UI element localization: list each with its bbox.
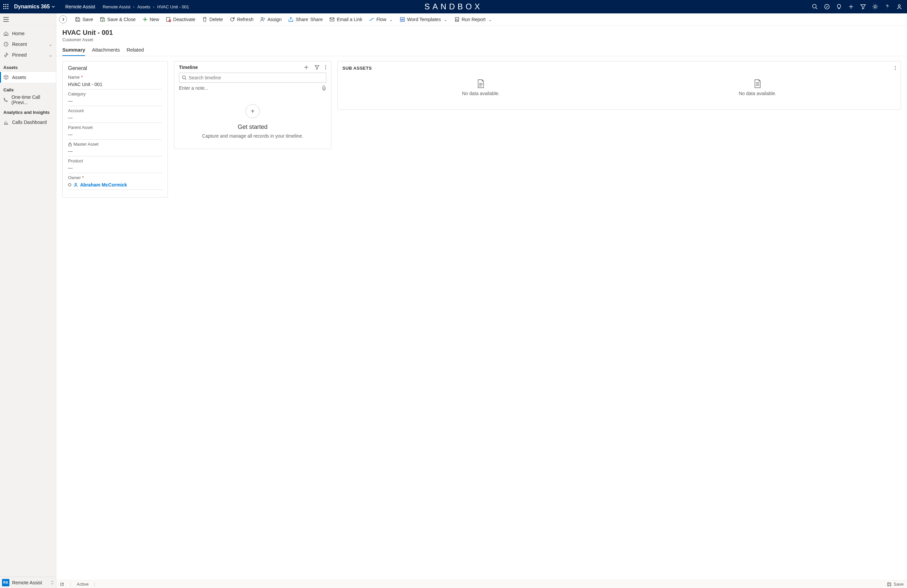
required-indicator: * [82, 175, 84, 180]
help-icon[interactable] [884, 4, 890, 10]
chevron-down-icon: ⌄ [48, 42, 53, 47]
svg-point-15 [898, 5, 900, 7]
timeline-note-row[interactable]: Enter a note... [179, 85, 326, 91]
svg-line-10 [816, 8, 817, 9]
status-text: Active [77, 582, 88, 586]
sidebar-item-pinned[interactable]: Pinned ⌄ [0, 50, 56, 60]
empty-title: Get started [179, 123, 326, 131]
account-input[interactable]: --- [68, 113, 162, 123]
tab-summary[interactable]: Summary [62, 47, 85, 56]
deactivate-button[interactable]: Deactivate [163, 15, 198, 24]
breadcrumb-item[interactable]: Remote Assist [103, 4, 130, 10]
person-icon [74, 182, 78, 187]
chevron-down-icon: ⌄ [488, 17, 492, 22]
sidebar-item-recent[interactable]: Recent ⌄ [0, 39, 56, 50]
cmd-label: Flow [376, 17, 386, 22]
svg-point-25 [261, 18, 263, 19]
svg-rect-3 [3, 6, 4, 7]
popout-icon[interactable] [59, 582, 64, 586]
cmd-label: Share [310, 17, 323, 22]
timeline-filter-button[interactable] [314, 65, 320, 70]
field-category: Category --- [68, 91, 162, 106]
field-label: Master Asset [74, 142, 98, 147]
breadcrumb-item[interactable]: Assets [137, 4, 151, 10]
area-badge: RA [2, 579, 10, 586]
name-input[interactable]: HVAC Unit - 001 [68, 80, 162, 89]
status-save-label: Save [894, 582, 904, 586]
search-icon[interactable] [812, 4, 818, 10]
refresh-button[interactable]: Refresh [227, 15, 256, 24]
page-header: HVAC Unit - 001 Customer Asset [56, 26, 907, 42]
sidebar-item-label: Recent [12, 42, 27, 47]
svg-rect-5 [7, 6, 8, 7]
sidebar-item-calls-dashboard[interactable]: Calls Dashboard [0, 117, 56, 128]
tab-attachments[interactable]: Attachments [92, 47, 120, 56]
back-button[interactable] [59, 15, 67, 24]
cmd-label: Deactivate [173, 17, 196, 22]
svg-point-38 [895, 66, 896, 67]
parent-asset-input[interactable]: --- [68, 130, 162, 140]
field-master-asset: Master Asset --- [68, 142, 162, 157]
pin-icon [3, 52, 9, 58]
svg-rect-29 [69, 144, 71, 146]
timeline-search[interactable] [179, 73, 326, 83]
phone-icon [3, 97, 8, 102]
save-button[interactable]: Save [72, 15, 96, 24]
timeline-add-button[interactable] [304, 65, 309, 70]
chevron-right-icon: › [133, 4, 135, 10]
category-input[interactable]: --- [68, 96, 162, 106]
sidebar-item-onetime-call[interactable]: One-time Call (Previ... [0, 94, 56, 105]
global-nav: Dynamics 365 Remote Assist Remote Assist… [0, 0, 907, 13]
svg-point-35 [325, 69, 326, 70]
timeline-section: Timeline Enter a note... + [174, 61, 332, 149]
sidebar-group-assets: Assets [0, 60, 56, 72]
task-icon[interactable] [824, 4, 830, 10]
word-templates-button[interactable]: Word Templates ⌄ [397, 15, 450, 24]
field-label: Owner [68, 175, 81, 180]
status-save-button[interactable]: Save [887, 582, 904, 586]
svg-point-14 [874, 6, 876, 8]
field-label: Name [68, 75, 80, 80]
timeline-create-button[interactable]: + [245, 104, 260, 118]
attachment-icon[interactable] [322, 85, 326, 91]
hamburger-icon[interactable] [0, 13, 56, 26]
owner-input[interactable]: Abraham McCormick [68, 180, 162, 190]
sidebar-item-assets[interactable]: Assets [0, 72, 56, 83]
timeline-more-button[interactable] [325, 65, 326, 70]
lightbulb-icon[interactable] [836, 4, 842, 10]
product-input[interactable]: --- [68, 163, 162, 173]
field-owner: Owner* Abraham McCormick [68, 175, 162, 190]
tab-related[interactable]: Related [127, 47, 144, 56]
timeline-search-input[interactable] [189, 75, 323, 80]
account-icon[interactable] [896, 4, 902, 10]
gear-icon[interactable] [872, 4, 878, 10]
area-switcher[interactable]: RA Remote Assist [0, 577, 56, 588]
assign-button[interactable]: Assign [257, 15, 284, 24]
share-button[interactable]: Share Share [285, 15, 325, 24]
filter-icon[interactable] [860, 4, 866, 10]
flow-button[interactable]: Flow ⌄ [366, 15, 396, 24]
save-close-button[interactable]: Save & Close [97, 15, 138, 24]
new-button[interactable]: New [140, 15, 162, 24]
delete-button[interactable]: Delete [199, 15, 226, 24]
svg-point-39 [895, 68, 896, 69]
status-bar: Active Save [56, 580, 907, 588]
updown-icon [51, 581, 54, 585]
field-name: Name* HVAC Unit - 001 [68, 75, 162, 89]
email-link-button[interactable]: Email a Link [327, 15, 365, 24]
svg-rect-22 [167, 18, 170, 21]
subassets-more-button[interactable] [894, 65, 896, 71]
plus-icon[interactable] [848, 4, 854, 10]
sidebar-item-home[interactable]: Home [0, 28, 56, 39]
search-icon [182, 75, 187, 80]
chevron-down-icon: ⌄ [444, 17, 448, 22]
svg-rect-1 [5, 4, 6, 5]
sidebar-list: Home Recent ⌄ Pinned ⌄ Assets Assets Cal… [0, 26, 56, 577]
subassets-body: No data available. No data available. [343, 79, 896, 96]
brand-link[interactable]: Dynamics 365 [14, 4, 55, 10]
field-label: Parent Asset [68, 125, 162, 130]
svg-point-36 [183, 76, 186, 79]
run-report-button[interactable]: Run Report ⌄ [452, 15, 495, 24]
app-launcher-icon[interactable] [3, 3, 10, 10]
breadcrumb-item[interactable]: HVAC Unit - 001 [157, 4, 189, 10]
